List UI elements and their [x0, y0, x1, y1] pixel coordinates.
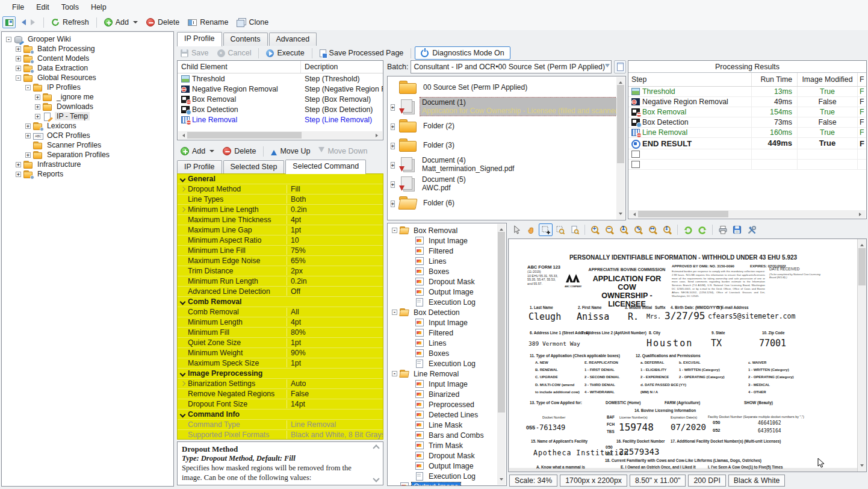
tree-expander[interactable]: + [35, 104, 40, 110]
execute-button[interactable]: Execute [262, 48, 308, 58]
rotate-ccw-icon[interactable] [681, 223, 695, 236]
batch-selector[interactable]: Consultant - IP and OCR•00 Source Set (P… [411, 60, 612, 73]
scrollbar-thumb[interactable] [187, 132, 302, 139]
result-row[interactable] [628, 160, 866, 170]
property-expander-icon[interactable] [178, 297, 188, 307]
tree-expander[interactable]: + [35, 95, 40, 100]
property-value[interactable]: False [287, 390, 309, 398]
property-value[interactable]: Fill [287, 185, 300, 193]
diagnostics-tree-item[interactable]: Bars and Combs [388, 430, 498, 440]
scroll-left-icon[interactable] [631, 213, 636, 216]
tree-item[interactable]: - Global Resources [2, 73, 173, 83]
tree-expander[interactable]: - [25, 85, 31, 90]
property-expander-icon[interactable] [178, 235, 188, 245]
property-expander-icon[interactable] [178, 256, 188, 266]
property-expander-icon[interactable] [178, 205, 188, 214]
tab[interactable]: Selected Command [285, 160, 366, 174]
column-header-image-modified[interactable]: Image Modified [798, 73, 858, 86]
diagnostics-tree-item[interactable]: Input Image [388, 235, 498, 246]
diagnostics-tree-item[interactable]: Line Mask [388, 420, 498, 430]
diagnostics-tree-item[interactable]: Lines [388, 256, 498, 266]
tree-expander[interactable]: + [391, 104, 395, 111]
tree-expander[interactable]: + [16, 46, 21, 52]
property-value[interactable]: 14pt [287, 400, 305, 408]
scroll-down-icon[interactable] [373, 475, 379, 482]
property-value[interactable]: 0.2in [287, 205, 307, 214]
property-value[interactable]: Off [287, 287, 300, 296]
property-expander-icon[interactable] [178, 287, 188, 296]
property-expander-icon[interactable] [178, 358, 188, 368]
property-value[interactable]: 80% [287, 328, 306, 337]
table-row[interactable]: Threshold Step (Threshold) [178, 73, 383, 84]
tree-item[interactable]: - IP Profiles [2, 83, 173, 92]
property-value[interactable]: 2px [287, 267, 303, 275]
zoom-width-icon[interactable]: ↔ [646, 223, 660, 236]
column-header-run-time[interactable]: Run Time [752, 73, 798, 86]
diagnostics-tree-item[interactable]: Output Image [388, 461, 498, 471]
tree-expander[interactable]: + [391, 162, 395, 169]
property-row[interactable]: Minimum Line Fill 75% [178, 246, 383, 256]
menu-item[interactable]: File [6, 1, 30, 13]
add-step-button[interactable]: Add [177, 146, 218, 157]
property-row[interactable]: Minimum Aspect Ratio 10 [178, 235, 383, 246]
scroll-up-icon[interactable] [373, 444, 379, 451]
tree-expander[interactable]: + [25, 123, 31, 129]
property-expander-icon[interactable] [178, 389, 188, 399]
scroll-down-icon[interactable] [500, 478, 503, 482]
tree-item[interactable]: + Separation Profiles [2, 150, 173, 160]
batch-tree-item[interactable]: + Document (4)Matt_termination_Signed.pd… [388, 155, 616, 174]
table-row[interactable]: Negative Region Removal Step (Negative R… [178, 84, 383, 94]
property-expander-icon[interactable] [178, 215, 188, 225]
column-header-step[interactable]: Step [628, 73, 752, 86]
horizontal-scrollbar[interactable] [629, 210, 866, 218]
diagnostics-tree-item[interactable]: Binarized [388, 389, 498, 399]
batch-tree-item[interactable]: + Folder (3) [388, 135, 616, 155]
property-value[interactable]: 75% [287, 246, 306, 255]
tree-expander[interactable]: + [16, 66, 21, 71]
property-row[interactable]: Minimum Weight 90% [178, 348, 383, 358]
tree-expander[interactable]: + [391, 143, 395, 149]
property-value[interactable]: 65% [287, 257, 306, 265]
zoom-fit-icon[interactable]: ↔ [631, 223, 645, 236]
property-value[interactable]: 1pt [287, 338, 301, 347]
horizontal-scrollbar[interactable] [178, 131, 382, 139]
property-expander-icon[interactable] [178, 338, 188, 347]
property-expander-icon[interactable] [178, 276, 188, 286]
tree-expander[interactable]: - [392, 310, 397, 315]
diagnostics-tree-item[interactable]: Execution Log [388, 471, 498, 481]
property-row[interactable]: Trim Distance 2px [178, 266, 383, 276]
scrollbar-thumb[interactable] [617, 85, 624, 163]
menu-item[interactable]: Help [85, 1, 113, 13]
property-expander-icon[interactable] [178, 430, 188, 440]
scroll-down-icon[interactable] [619, 213, 622, 217]
tree-item[interactable]: - Grooper Wiki [2, 34, 173, 44]
default-link[interactable]: Fill [284, 454, 296, 463]
navigator-toggle-button[interactable] [2, 16, 16, 28]
property-value[interactable]: 4pt [287, 318, 301, 326]
print-icon[interactable] [716, 223, 730, 236]
diagnostics-tree-item[interactable]: Input Image [388, 317, 498, 328]
property-value[interactable]: 10 [287, 236, 299, 244]
property-expander-icon[interactable] [178, 225, 188, 235]
move-down-button[interactable]: Move Down [315, 146, 371, 157]
property-value[interactable]: Auto [287, 379, 306, 388]
property-row[interactable]: Supported Pixel Formats Black and White,… [178, 430, 383, 440]
batch-tree-item[interactable]: 00 Source Set (Perm IP Applied) [388, 78, 616, 97]
zoom-in-icon[interactable]: + [588, 223, 602, 236]
type-link[interactable]: Dropout Method [201, 454, 253, 463]
delete-step-button[interactable]: Delete [219, 146, 259, 157]
property-expander-icon[interactable] [178, 184, 188, 194]
property-row[interactable]: Minimum Line Length 0.2in [178, 205, 383, 215]
property-expander-icon[interactable] [178, 379, 188, 388]
property-expander-icon[interactable] [178, 317, 188, 327]
property-row[interactable]: Maximum Speck Size 1pt [178, 358, 383, 369]
delete-button[interactable]: Delete [143, 17, 183, 28]
save-processed-page-button[interactable]: Save Processed Page [316, 48, 408, 58]
diagnostics-tree-item[interactable]: Input Image [388, 379, 498, 389]
tab[interactable]: Contents [223, 33, 268, 46]
save-button[interactable]: Save [177, 48, 212, 58]
tree-item[interactable]: Scanner Profiles [2, 140, 173, 150]
tree-expander[interactable]: - [392, 228, 397, 233]
filter-icon[interactable] [605, 64, 610, 70]
pan-hand-icon[interactable] [524, 223, 538, 236]
